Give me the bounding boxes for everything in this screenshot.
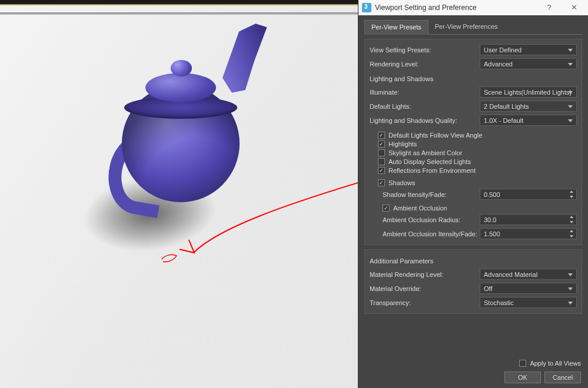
material-level-label: Material Rendering Level:	[370, 271, 480, 278]
teapot-spout	[206, 18, 291, 99]
rendering-level-label: Rendering Level:	[370, 61, 480, 68]
viewport-render[interactable]	[0, 5, 358, 388]
app-icon	[362, 3, 371, 12]
help-button[interactable]: ?	[539, 1, 560, 15]
viewport-settings-dialog: Viewport Setting and Preference ? ✕ Per-…	[358, 0, 588, 388]
tabs: Per-View Presets Per-View Preferences	[364, 20, 582, 35]
ao-fade-label: Ambient Occlusion Itensity/Fade:	[383, 230, 480, 238]
additional-params-group: Additional Parameters Material Rendering…	[364, 249, 582, 314]
view-setting-presets-dropdown[interactable]: User Defined	[480, 44, 577, 55]
material-override-label: Material Override:	[370, 285, 480, 292]
dialog-footer: Apply to All Views OK Cancel	[366, 358, 581, 383]
ao-radius-label: Ambient Occlusion Radius:	[383, 216, 480, 223]
tab-per-view-presets[interactable]: Per-View Presets	[364, 20, 428, 35]
chk-shadows[interactable]: Shadows	[370, 179, 577, 186]
viewport[interactable]	[0, 0, 358, 388]
teapot-knob	[171, 60, 192, 76]
ao-fade-spinner[interactable]: 1.500	[480, 228, 577, 239]
ao-radius-spinner[interactable]: 30.0	[480, 214, 577, 225]
titlebar[interactable]: Viewport Setting and Preference ? ✕	[358, 0, 588, 15]
material-override-dropdown[interactable]: Off	[480, 283, 577, 294]
lighting-shadows-header: Lighting and Shadows	[370, 75, 577, 82]
window-title: Viewport Setting and Preference	[375, 4, 535, 12]
chk-highlights[interactable]: Highlights	[370, 141, 577, 148]
material-level-dropdown[interactable]: Advanced Material	[480, 269, 577, 280]
cancel-button[interactable]: Cancel	[544, 372, 581, 383]
illuminate-dropdown[interactable]: Scene Lights(Unlimited Lights)	[480, 86, 577, 98]
chk-follow-view[interactable]: Default Lights Follow View Angle	[370, 132, 577, 139]
chk-apply-all-views[interactable]: Apply to All Views	[519, 360, 581, 367]
default-lights-label: Default Lights:	[370, 103, 480, 110]
ok-button[interactable]: OK	[504, 372, 541, 383]
default-lights-dropdown: 2 Default Lights	[480, 101, 577, 112]
quality-label: Lighting and Shadows Quality:	[370, 117, 480, 124]
tab-per-view-preferences[interactable]: Per-View Preferences	[428, 20, 504, 34]
presets-group: View Setting Presets: User Defined Rende…	[364, 39, 582, 245]
teapot-lid	[145, 73, 216, 102]
transparency-dropdown[interactable]: Stochastic	[480, 297, 577, 308]
rendering-level-dropdown[interactable]: Advanced	[480, 58, 577, 69]
teapot[interactable]	[79, 38, 268, 226]
chk-reflections[interactable]: Reflections From Environment	[370, 167, 577, 174]
shadow-intensity-spinner[interactable]: 0.500	[480, 189, 577, 200]
additional-params-header: Additional Parameters	[370, 257, 577, 265]
transparency-label: Transparency:	[370, 299, 480, 306]
illuminate-label: Illuminate:	[370, 89, 480, 96]
chk-skylight[interactable]: Skylight as Ambient Color	[370, 149, 577, 156]
view-setting-presets-label: View Setting Presets:	[370, 46, 480, 53]
close-button[interactable]: ✕	[563, 1, 584, 15]
quality-dropdown[interactable]: 1.0X - Default	[480, 115, 577, 126]
chk-ambient-occlusion[interactable]: Ambient Occlusion	[370, 205, 577, 212]
shadow-intensity-label: Shadow Itensity/Fade:	[383, 191, 480, 198]
horizon	[0, 12, 358, 15]
chk-auto-display[interactable]: Auto Display Selected Lights	[370, 158, 577, 165]
